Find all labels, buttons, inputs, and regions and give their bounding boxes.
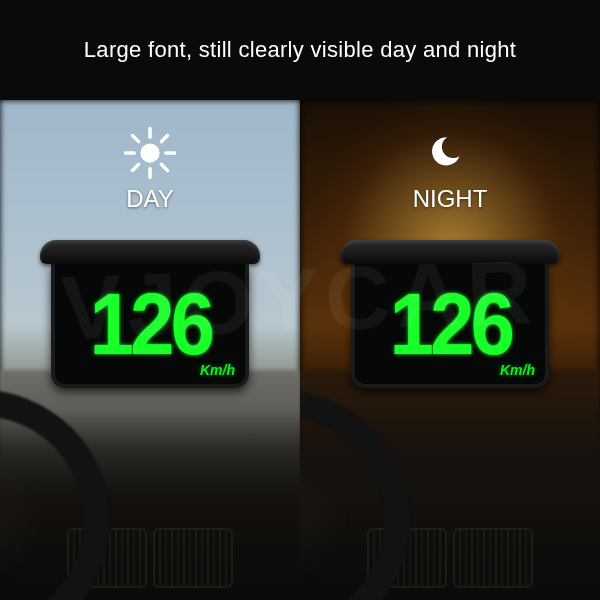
svg-line-8 xyxy=(133,164,139,170)
panel-night: NIGHT 126 Km/h xyxy=(300,100,600,600)
product-card: Large font, still clearly visible day an… xyxy=(0,0,600,600)
speed-readout: 126 xyxy=(89,280,210,368)
svg-line-7 xyxy=(161,136,167,142)
svg-line-5 xyxy=(133,136,139,142)
day-label-text: DAY xyxy=(126,185,174,213)
hud-device-night: 126 Km/h xyxy=(340,240,560,388)
speed-readout: 126 xyxy=(389,280,510,368)
svg-line-6 xyxy=(161,164,167,170)
device-hood xyxy=(340,240,560,264)
vent-right xyxy=(453,528,533,588)
comparison-split: DAY 126 Km/h xyxy=(0,100,600,600)
speed-unit: Km/h xyxy=(500,362,535,378)
headline-text: Large font, still clearly visible day an… xyxy=(84,37,516,63)
day-label-group: DAY xyxy=(0,125,300,213)
panel-day: DAY 126 Km/h xyxy=(0,100,300,600)
moon-icon xyxy=(422,125,478,181)
svg-point-0 xyxy=(140,143,159,162)
hud-device-day: 126 Km/h xyxy=(40,240,260,388)
sun-icon xyxy=(122,125,178,181)
night-label-group: NIGHT xyxy=(300,125,600,213)
device-screen: 126 Km/h xyxy=(51,264,249,388)
vent-right xyxy=(153,528,233,588)
device-screen: 126 Km/h xyxy=(351,264,549,388)
speed-unit: Km/h xyxy=(200,362,235,378)
header: Large font, still clearly visible day an… xyxy=(0,0,600,100)
device-hood xyxy=(40,240,260,264)
night-label-text: NIGHT xyxy=(413,185,488,213)
